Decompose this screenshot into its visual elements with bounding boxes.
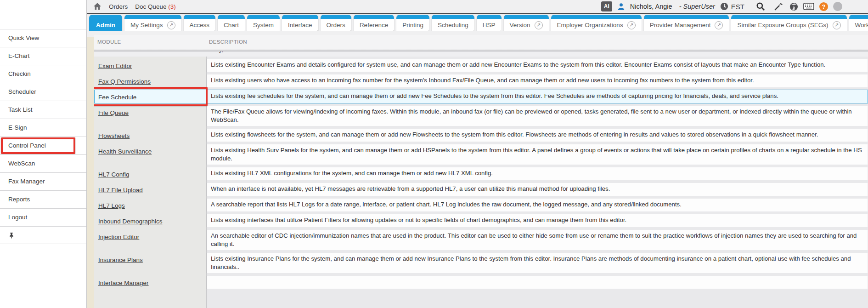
pin-icon[interactable] [8, 232, 15, 239]
tab-label: Work L [855, 22, 868, 29]
tab-corner-notch [427, 30, 429, 31]
tab-scheduling[interactable]: Scheduling [432, 15, 474, 31]
tab-similar-exposure-groups-segs[interactable]: Similar Exposure Groups (SEGs)↗ [731, 15, 846, 31]
timezone-label: EST [731, 3, 744, 11]
tab-access[interactable]: Access [184, 15, 216, 31]
tab-corner-notch [242, 30, 244, 31]
ai-badge[interactable]: AI [601, 1, 612, 11]
module-link-file-queue[interactable]: File Queue [98, 109, 129, 116]
module-link-insurance-plans[interactable]: Insurance Plans [98, 257, 143, 263]
sidebar-item-control-panel[interactable]: Control Panel [0, 137, 86, 154]
tab-system[interactable]: System [247, 15, 280, 31]
user-icon[interactable] [617, 3, 625, 11]
breadcrumb-orders[interactable]: Orders [109, 3, 128, 10]
module-cell: HL7 Config [95, 167, 207, 180]
table-row: Insurance PlansLists existing Insurance … [94, 252, 868, 274]
sidebar-item-webscan[interactable]: WebScan [0, 154, 86, 172]
sidebar-item-task-list[interactable]: Task List [0, 101, 86, 119]
column-header-module: MODULE [94, 39, 206, 45]
tab-chart[interactable]: Chart [218, 15, 245, 31]
sidebar-item-e-chart[interactable]: E-Chart [0, 47, 86, 65]
module-table-body: y, Exam EditorLists existing Encounter E… [94, 51, 868, 308]
module-description: Lists existing Encounter Exams and detai… [207, 59, 868, 72]
content-area: Orders Doc Queue (3) AI Nichols, Angie -… [87, 0, 868, 308]
globe-icon[interactable] [789, 2, 798, 11]
popout-icon[interactable]: ↗ [833, 21, 841, 29]
tab-provider-management[interactable]: Provider Management↗ [644, 15, 729, 31]
tab-printing[interactable]: Printing [396, 15, 429, 31]
module-description: Lists existing fee schedules for the sys… [207, 90, 868, 103]
breadcrumb-doc-queue[interactable]: Doc Queue (3) [135, 3, 176, 10]
keyboard-icon[interactable] [803, 3, 814, 10]
table-row: Exam EditorLists existing Encounter Exam… [94, 58, 868, 72]
module-description [207, 276, 868, 289]
tab-corner-notch [316, 30, 318, 31]
popout-icon[interactable]: ↗ [627, 21, 636, 29]
module-description: The File/Fax Queue allows for viewing/in… [207, 106, 868, 126]
module-description: When an interface is not available, yet … [207, 183, 868, 196]
module-description: Lists existing Health Surv Panels for th… [207, 144, 868, 165]
sidebar-item-fax-manager[interactable]: Fax Manager [0, 172, 86, 190]
tab-work-l[interactable]: Work L [849, 15, 868, 31]
sidebar-item-logout[interactable]: Logout [0, 208, 86, 226]
table-row: HL7 ConfigLists existing HL7 XML configu… [94, 167, 868, 181]
module-link-fee-schedule[interactable]: Fee Schedule [98, 94, 136, 101]
popout-icon[interactable]: ↗ [535, 21, 543, 29]
table-row: File QueueThe File/Fax Queue allows for … [94, 105, 868, 126]
tab-hsp[interactable]: HSP [477, 15, 502, 31]
popout-icon[interactable]: ↗ [167, 21, 175, 29]
table-row: Inbound DemographicsLists existing inter… [94, 214, 868, 228]
module-link-hl7-logs[interactable]: HL7 Logs [98, 202, 125, 209]
search-icon[interactable] [756, 2, 765, 11]
doc-queue-label: Doc Queue [135, 3, 166, 10]
clock-icon[interactable] [720, 2, 728, 11]
module-description: An searchable editor of CDC injection/im… [207, 230, 868, 250]
tab-orders[interactable]: Orders [321, 15, 351, 31]
module-link-interface-manager[interactable]: Interface Manager [98, 279, 149, 286]
sidebar-item-reports[interactable]: Reports [0, 190, 86, 208]
tab-interface[interactable]: Interface [282, 15, 318, 31]
tab-reference[interactable]: Reference [354, 15, 394, 31]
top-bar-right: AI Nichols, Angie - SuperUser EST ? [601, 1, 842, 11]
tab-corner-notch [472, 30, 474, 31]
help-icon[interactable]: ? [819, 2, 828, 11]
tab-label: Orders [327, 22, 345, 29]
tab-admin[interactable]: Admin [89, 15, 122, 31]
home-icon[interactable] [93, 2, 101, 11]
module-cell: Exam Editor [95, 59, 207, 72]
table-row-selected: Fee ScheduleLists existing fee schedules… [94, 90, 868, 103]
module-description: Lists existing Insurance Plans for the s… [207, 253, 868, 273]
sidebar-item-scheduler[interactable]: Scheduler [0, 83, 86, 101]
module-link-exam-editor[interactable]: Exam Editor [98, 63, 132, 69]
module-cell: File Queue [95, 106, 207, 126]
sidebar-item-quick-view[interactable]: Quick View [0, 29, 86, 47]
tab-corner-notch [499, 30, 501, 31]
module-tab-bar: AdminMy Settings↗AccessChartSystemInterf… [87, 15, 868, 31]
module-link-inbound-demographics[interactable]: Inbound Demographics [98, 218, 163, 225]
module-link-injection-editor[interactable]: Injection Editor [98, 234, 139, 240]
tab-employer-organizations[interactable]: Employer Organizations↗ [551, 15, 642, 31]
wand-icon[interactable] [774, 2, 783, 11]
status-circle [833, 2, 842, 11]
module-link-hl7-config[interactable]: HL7 Config [98, 171, 130, 178]
module-link-fax-q-permissions[interactable]: Fax Q Permissions [98, 78, 151, 85]
table-row: HL7 File UploadWhen an interface is not … [94, 183, 868, 196]
tab-label: Interface [288, 22, 312, 29]
tab-corner-notch [391, 30, 394, 31]
sidebar-item-e-sign[interactable]: E-Sign [0, 119, 86, 137]
doc-queue-count: (3) [168, 3, 176, 10]
tab-label: Chart [224, 22, 239, 29]
table-row: Health SurveillanceLists existing Health… [94, 144, 868, 165]
popout-icon[interactable]: ↗ [715, 21, 723, 29]
sidebar-item-checkin[interactable]: Checkin [0, 65, 86, 83]
module-link-health-surveillance[interactable]: Health Surveillance [98, 148, 152, 155]
sidebar-pin-row[interactable] [0, 226, 86, 244]
tab-my-settings[interactable]: My Settings↗ [124, 15, 181, 31]
module-description: Lists existing users who have access to … [207, 74, 868, 87]
table-header: MODULE DESCRIPTION [94, 35, 868, 49]
user-name[interactable]: Nichols, Angie [630, 3, 672, 10]
module-link-hl7-file-upload[interactable]: HL7 File Upload [98, 187, 143, 194]
tab-version[interactable]: Version↗ [504, 15, 549, 31]
table-row: FlowsheetsLists existing flowsheets for … [94, 128, 868, 142]
module-link-flowsheets[interactable]: Flowsheets [98, 132, 130, 139]
